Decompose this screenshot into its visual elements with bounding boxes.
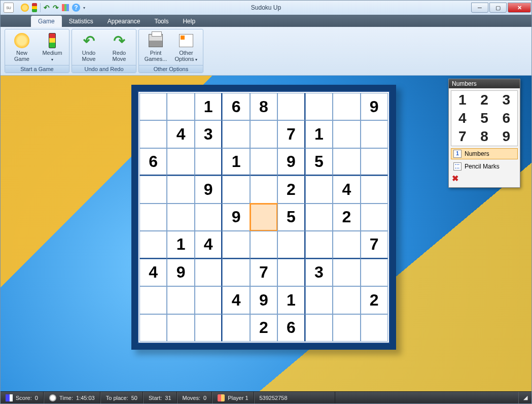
tab-tools[interactable]: Tools [147,16,175,27]
cell-r5-c0[interactable] [139,231,167,258]
cell-r6-c5[interactable] [277,259,305,286]
cell-r8-c2[interactable] [195,314,222,342]
qat-redo-icon[interactable]: ↷ [53,4,59,12]
cell-r1-c1[interactable]: 4 [167,120,194,148]
cell-r7-c2[interactable] [195,286,222,314]
cell-r4-c6[interactable] [305,204,333,231]
minimize-button[interactable]: ─ [471,3,488,13]
cell-r0-c5[interactable] [277,93,305,120]
cell-r2-c3[interactable]: 1 [222,148,250,176]
cell-r5-c5[interactable] [277,231,305,258]
app-icon[interactable]: SU [4,3,14,13]
cell-r4-c0[interactable] [139,204,167,231]
cell-r2-c2[interactable] [195,148,222,176]
status-resize-grip[interactable]: ◢ [518,392,531,403]
cell-r6-c1[interactable]: 9 [167,259,194,286]
cell-r5-c8[interactable]: 7 [361,231,388,258]
cell-r4-c3[interactable]: 9 [222,204,250,231]
cell-r8-c0[interactable] [139,314,167,342]
cell-r1-c3[interactable] [222,120,250,148]
cell-r3-c2[interactable]: 9 [195,176,222,203]
cell-r6-c2[interactable] [195,259,222,286]
cell-r5-c1[interactable]: 1 [167,231,194,258]
cell-r3-c7[interactable]: 4 [333,176,360,203]
qat-help-icon[interactable]: ? [72,4,80,12]
cell-r5-c7[interactable] [333,231,360,258]
cell-r5-c3[interactable] [222,231,250,258]
print-button[interactable]: PrintGames... [141,30,170,64]
pick-8[interactable]: 8 [473,127,495,146]
cell-r0-c2[interactable]: 1 [195,93,222,120]
cell-r2-c0[interactable]: 6 [139,148,167,176]
cell-r7-c0[interactable] [139,286,167,314]
cell-r8-c7[interactable] [333,314,360,342]
tab-help[interactable]: Help [175,16,202,27]
cell-r7-c5[interactable]: 1 [277,286,305,314]
cell-r5-c4[interactable] [250,231,277,258]
cell-r0-c0[interactable] [139,93,167,120]
cell-r1-c6[interactable]: 1 [305,120,333,148]
cell-r6-c3[interactable] [222,259,250,286]
qat-stats-icon[interactable] [62,4,69,11]
cell-r0-c8[interactable]: 9 [361,93,388,120]
pick-3[interactable]: 3 [495,91,517,109]
cell-r6-c7[interactable] [333,259,360,286]
cell-r2-c1[interactable] [167,148,194,176]
cell-r7-c1[interactable] [167,286,194,314]
pick-5[interactable]: 5 [473,109,495,127]
cell-r7-c8[interactable]: 2 [361,286,388,314]
pick-1[interactable]: 1 [451,91,473,109]
cell-r0-c7[interactable] [333,93,360,120]
cell-r8-c4[interactable]: 2 [250,314,277,342]
cell-r1-c8[interactable] [361,120,388,148]
tab-game[interactable]: Game [31,16,62,27]
cell-r0-c3[interactable]: 6 [222,93,250,120]
erase-button[interactable]: ✖ [452,175,460,183]
tab-statistics[interactable]: Statistics [62,16,100,27]
cell-r6-c6[interactable]: 3 [305,259,333,286]
cell-r2-c5[interactable]: 9 [277,148,305,176]
other-options-button[interactable]: OtherOptions ▾ [171,30,201,64]
cell-r1-c4[interactable] [250,120,277,148]
cell-r1-c7[interactable] [333,120,360,148]
tab-appearance[interactable]: Appearance [100,16,148,27]
new-game-button[interactable]: NewGame [7,30,37,64]
qat-undo-icon[interactable]: ↶ [44,4,50,12]
cell-r0-c4[interactable]: 8 [250,93,277,120]
cell-r2-c6[interactable]: 5 [305,148,333,176]
cell-r8-c8[interactable] [361,314,388,342]
cell-r4-c2[interactable] [195,204,222,231]
cell-r0-c1[interactable] [167,93,194,120]
cell-r6-c0[interactable]: 4 [139,259,167,286]
pick-9[interactable]: 9 [495,127,517,146]
cell-r3-c5[interactable]: 2 [277,176,305,203]
cell-r3-c6[interactable] [305,176,333,203]
difficulty-button[interactable]: Medium▾ [38,30,67,64]
cell-r2-c7[interactable] [333,148,360,176]
redo-button[interactable]: ↶ RedoMove [104,30,134,64]
numbers-mode-button[interactable]: 1 Numbers [451,148,518,159]
cell-r7-c7[interactable] [333,286,360,314]
cell-r2-c4[interactable] [250,148,277,176]
cell-r3-c8[interactable] [361,176,388,203]
pencil-mode-button[interactable]: •••••• Pencil Marks [451,161,518,172]
cell-r3-c0[interactable] [139,176,167,203]
cell-r4-c5[interactable]: 5 [277,204,305,231]
cell-r7-c3[interactable]: 4 [222,286,250,314]
cell-r7-c4[interactable]: 9 [250,286,277,314]
cell-r5-c2[interactable]: 4 [195,231,222,258]
qat-difficulty-icon[interactable] [32,3,37,12]
cell-r3-c1[interactable] [167,176,194,203]
cell-r6-c4[interactable]: 7 [250,259,277,286]
cell-r1-c5[interactable]: 7 [277,120,305,148]
close-button[interactable]: ✕ [508,3,531,13]
pick-2[interactable]: 2 [473,91,495,109]
cell-r4-c8[interactable] [361,204,388,231]
maximize-button[interactable]: ▢ [489,3,507,13]
cell-r3-c4[interactable] [250,176,277,203]
cell-r5-c6[interactable] [305,231,333,258]
qat-dropdown-icon[interactable]: ▾ [83,6,85,10]
cell-r8-c1[interactable] [167,314,194,342]
cell-r1-c0[interactable] [139,120,167,148]
cell-r4-c4[interactable] [250,204,277,231]
